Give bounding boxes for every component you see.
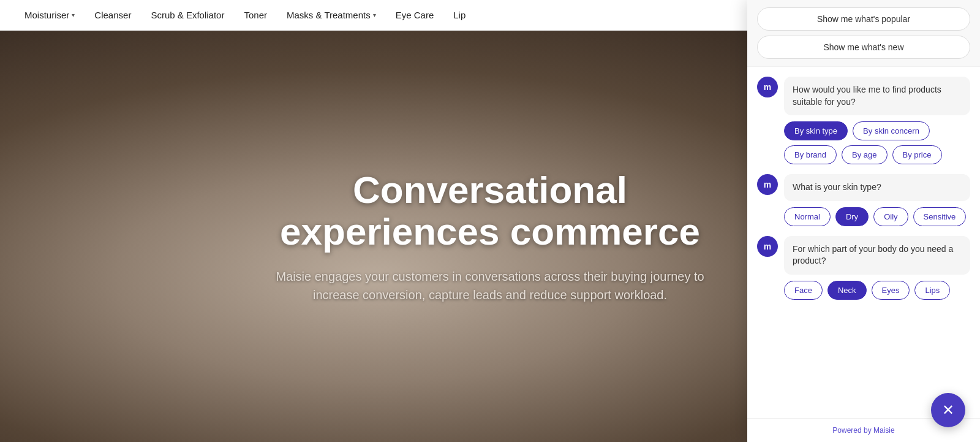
nav-item-eyecare[interactable]: Eye Care bbox=[396, 10, 434, 20]
hero-subtitle: Maisie engages your customers in convers… bbox=[276, 267, 704, 304]
nav-label-masks: Masks & Treatments bbox=[287, 10, 371, 20]
option-face[interactable]: Face bbox=[784, 281, 823, 300]
nav-label-scrub: Scrub & Exfoliator bbox=[151, 10, 224, 20]
nav-item-masks[interactable]: Masks & Treatments ▾ bbox=[287, 10, 376, 20]
hero-title: Conversational experiences commerce bbox=[276, 169, 704, 252]
chevron-down-icon: ▾ bbox=[72, 12, 75, 18]
nav-item-toner[interactable]: Toner bbox=[244, 10, 267, 20]
option-normal[interactable]: Normal bbox=[784, 207, 831, 226]
nav-label-lip: Lip bbox=[453, 10, 466, 20]
message-bubble-3: For which part of your body do you need … bbox=[784, 236, 970, 275]
nav-label-moisturiser: Moisturiser bbox=[24, 10, 69, 20]
message-content-2: What is your skin type? Normal Dry Oily … bbox=[784, 174, 970, 226]
show-popular-button[interactable]: Show me what's popular bbox=[757, 7, 970, 31]
options-group-3: Face Neck Eyes Lips bbox=[784, 281, 970, 300]
option-skin-type[interactable]: By skin type bbox=[784, 121, 848, 140]
bot-avatar-2: m bbox=[757, 174, 778, 195]
option-skin-concern[interactable]: By skin concern bbox=[853, 121, 930, 140]
option-lips[interactable]: Lips bbox=[914, 281, 950, 300]
options-group-2: Normal Dry Oily Sensitive bbox=[784, 207, 970, 226]
options-group-1: By skin type By skin concern By brand By… bbox=[784, 121, 970, 164]
nav-item-scrub[interactable]: Scrub & Exfoliator bbox=[151, 10, 224, 20]
chat-panel: Show me what's popular Show me what's ne… bbox=[747, 0, 980, 442]
message-content-1: How would you like me to find products s… bbox=[784, 77, 970, 164]
option-age[interactable]: By age bbox=[842, 145, 887, 164]
message-row-3: m For which part of your body do you nee… bbox=[757, 236, 970, 300]
chevron-down-icon-2: ▾ bbox=[373, 12, 376, 18]
bot-avatar-3: m bbox=[757, 236, 778, 257]
nav-label-eyecare: Eye Care bbox=[396, 10, 434, 20]
option-oily[interactable]: Oily bbox=[873, 207, 908, 226]
chat-close-button[interactable]: ✕ bbox=[931, 393, 965, 427]
nav-label-toner: Toner bbox=[244, 10, 267, 20]
close-icon: ✕ bbox=[942, 402, 954, 419]
option-brand[interactable]: By brand bbox=[784, 145, 837, 164]
bot-avatar-1: m bbox=[757, 77, 778, 97]
option-eyes[interactable]: Eyes bbox=[872, 281, 910, 300]
option-dry[interactable]: Dry bbox=[835, 207, 869, 226]
nav-items: Moisturiser ▾ Cleanser Scrub & Exfoliato… bbox=[24, 10, 466, 20]
show-new-button[interactable]: Show me what's new bbox=[757, 36, 970, 59]
option-sensitive[interactable]: Sensitive bbox=[913, 207, 967, 226]
message-bubble-1: How would you like me to find products s… bbox=[784, 77, 970, 115]
message-content-3: For which part of your body do you need … bbox=[784, 236, 970, 300]
hero-content: Conversational experiences commerce Mais… bbox=[276, 169, 704, 303]
message-row-1: m How would you like me to find products… bbox=[757, 77, 970, 164]
nav-item-moisturiser[interactable]: Moisturiser ▾ bbox=[24, 10, 75, 20]
message-row-2: m What is your skin type? Normal Dry Oil… bbox=[757, 174, 970, 226]
quick-actions: Show me what's popular Show me what's ne… bbox=[747, 0, 980, 67]
message-bubble-2: What is your skin type? bbox=[784, 174, 970, 201]
nav-label-cleanser: Cleanser bbox=[94, 10, 131, 20]
powered-by-text: Powered by Maisie bbox=[832, 426, 894, 435]
option-neck[interactable]: Neck bbox=[827, 281, 867, 300]
nav-item-lip[interactable]: Lip bbox=[453, 10, 466, 20]
option-price[interactable]: By price bbox=[892, 145, 942, 164]
nav-item-cleanser[interactable]: Cleanser bbox=[94, 10, 131, 20]
chat-messages: m How would you like me to find products… bbox=[747, 67, 980, 418]
